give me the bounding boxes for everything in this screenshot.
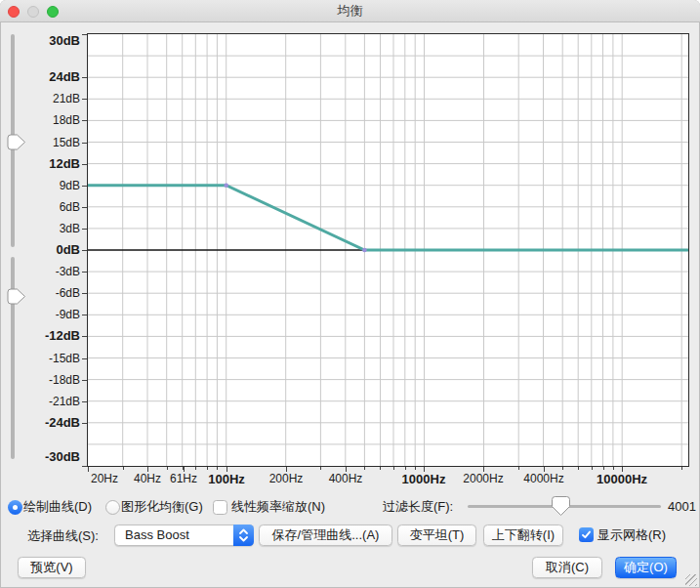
close-icon[interactable] [8, 6, 20, 18]
show-grid-checkbox[interactable] [579, 527, 594, 542]
frequency-axis-tick [578, 467, 579, 470]
ok-button[interactable]: 确定(O) [615, 557, 677, 578]
db-axis-label: 18dB [0, 112, 80, 128]
db-axis-label: -24dB [0, 415, 80, 431]
frequency-axis-tick [592, 467, 593, 470]
linear-frequency-label[interactable]: 线性频率缩放(N) [231, 499, 325, 515]
db-axis-label: 21dB [0, 91, 80, 106]
equalization-dialog: 均衡 30dB24dB21dB18dB15dB12dB9dB6dB3dB0dB-… [0, 0, 700, 588]
eq-curve-canvas[interactable] [88, 34, 688, 466]
db-axis-label: -18dB [0, 372, 80, 388]
frequency-axis-tick [217, 467, 218, 470]
db-axis-label: -21dB [0, 394, 80, 409]
frequency-axis-tick [562, 467, 563, 470]
db-axis-label: 15dB [0, 135, 80, 150]
frequency-axis-tick [167, 467, 168, 470]
frequency-axis-tick [415, 467, 416, 470]
select-curve-label: 选择曲线(S): [27, 528, 99, 544]
db-axis-label: 24dB [0, 69, 80, 85]
db-axis-label: -30dB [0, 449, 80, 465]
frequency-axis-label: 2000Hz [463, 472, 503, 485]
cancel-button[interactable]: 取消(C) [532, 557, 602, 578]
db-axis-label: 0dB [0, 242, 80, 258]
frequency-axis-label: 1000Hz [402, 472, 446, 486]
db-axis-label: 6dB [0, 199, 80, 215]
db-axis-label: 3dB [0, 221, 80, 236]
frequency-axis-label: 61Hz [170, 472, 197, 485]
flatten-button[interactable]: 变平坦(T) [397, 525, 476, 546]
filter-length-value: 4001 [657, 499, 696, 515]
show-grid-label[interactable]: 显示网格(R) [597, 527, 666, 543]
frequency-axis-tick [88, 467, 89, 472]
filter-length-slider-thumb[interactable] [552, 496, 570, 516]
frequency-axis-tick [681, 467, 682, 470]
eq-curve-graph[interactable] [87, 33, 689, 467]
frequency-axis-label: 20Hz [91, 472, 118, 485]
db-axis-label: 12dB [0, 156, 80, 172]
frequency-axis-tick [518, 467, 519, 470]
db-axis-label: -3dB [0, 264, 80, 279]
frequency-axis-label: 400Hz [329, 472, 363, 485]
db-axis-label: 30dB [0, 33, 80, 49]
resize-grip-icon[interactable] [685, 574, 697, 586]
frequency-axis-tick [364, 467, 365, 470]
chevron-up-down-icon [233, 525, 254, 546]
frequency-axis-tick [320, 467, 321, 470]
frequency-axis-tick [393, 467, 394, 470]
frequency-axis-tick [603, 467, 604, 470]
filter-length-label: 过滤长度(F): [383, 499, 453, 515]
frequency-axis-tick [405, 467, 406, 470]
frequency-axis-label: 10000Hz [597, 472, 647, 486]
preview-button[interactable]: 预览(V) [18, 557, 86, 578]
linear-frequency-checkbox[interactable] [213, 500, 227, 515]
frequency-axis-label: 200Hz [269, 472, 304, 485]
frequency-axis-label: 100Hz [208, 472, 245, 486]
curve-select-dropdown[interactable]: Bass Boost [114, 525, 254, 546]
titlebar[interactable]: 均衡 [0, 0, 700, 22]
graphic-eq-label[interactable]: 图形化均衡(G) [121, 499, 203, 515]
db-axis-label: -15dB [0, 351, 80, 366]
db-axis-label: 9dB [0, 178, 80, 193]
db-axis-label: -9dB [0, 307, 80, 322]
db-axis-label: -6dB [0, 285, 80, 301]
frequency-axis-tick [207, 467, 208, 470]
minimize-icon[interactable] [27, 6, 39, 18]
draw-curves-label[interactable]: 绘制曲线(D) [23, 499, 92, 515]
window-title: 均衡 [0, 0, 700, 21]
invert-button[interactable]: 上下翻转(I) [483, 525, 563, 546]
graphic-eq-radio[interactable] [105, 500, 120, 515]
db-axis-label: -12dB [0, 328, 80, 344]
zoom-icon[interactable] [47, 6, 59, 18]
frequency-axis-tick [613, 467, 614, 470]
frequency-axis-tick [195, 467, 196, 470]
curve-select-value: Bass Boost [125, 525, 189, 545]
frequency-axis-label: 4000Hz [523, 472, 563, 485]
save-manage-curves-button[interactable]: 保存/管理曲线...(A) [259, 525, 392, 546]
frequency-axis-tick [380, 467, 381, 470]
frequency-axis-label: 40Hz [134, 472, 161, 485]
draw-curves-radio[interactable] [8, 500, 22, 515]
frequency-axis-tick [123, 467, 124, 470]
